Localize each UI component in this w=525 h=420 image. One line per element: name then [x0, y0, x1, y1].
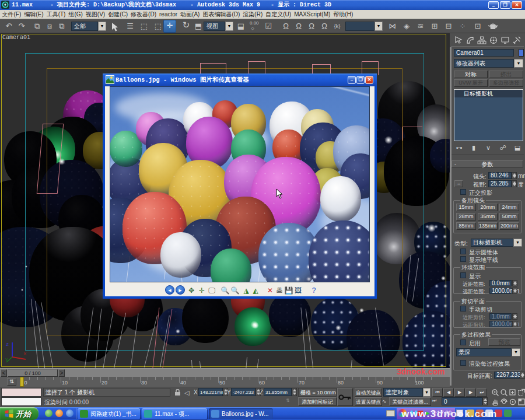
- svg-text:Y: Y: [5, 358, 8, 362]
- svg-text:X: X: [23, 351, 27, 356]
- svg-text:Z: Z: [6, 342, 9, 347]
